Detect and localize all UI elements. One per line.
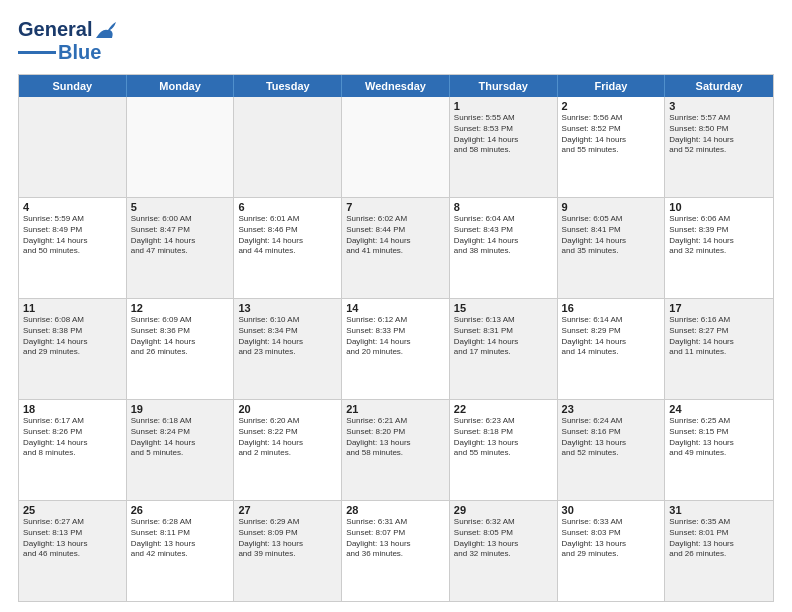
day-info-11: Sunrise: 6:08 AM Sunset: 8:38 PM Dayligh…	[23, 315, 122, 358]
day-25: 25Sunrise: 6:27 AM Sunset: 8:13 PM Dayli…	[19, 501, 127, 601]
empty-cell-0-3	[342, 97, 450, 197]
day-number-23: 23	[562, 403, 661, 415]
day-info-25: Sunrise: 6:27 AM Sunset: 8:13 PM Dayligh…	[23, 517, 122, 560]
day-number-2: 2	[562, 100, 661, 112]
day-22: 22Sunrise: 6:23 AM Sunset: 8:18 PM Dayli…	[450, 400, 558, 500]
day-info-4: Sunrise: 5:59 AM Sunset: 8:49 PM Dayligh…	[23, 214, 122, 257]
header-friday: Friday	[558, 75, 666, 97]
day-info-16: Sunrise: 6:14 AM Sunset: 8:29 PM Dayligh…	[562, 315, 661, 358]
day-1: 1Sunrise: 5:55 AM Sunset: 8:53 PM Daylig…	[450, 97, 558, 197]
day-info-14: Sunrise: 6:12 AM Sunset: 8:33 PM Dayligh…	[346, 315, 445, 358]
empty-cell-0-1	[127, 97, 235, 197]
day-number-31: 31	[669, 504, 769, 516]
day-20: 20Sunrise: 6:20 AM Sunset: 8:22 PM Dayli…	[234, 400, 342, 500]
day-number-3: 3	[669, 100, 769, 112]
day-6: 6Sunrise: 6:01 AM Sunset: 8:46 PM Daylig…	[234, 198, 342, 298]
day-18: 18Sunrise: 6:17 AM Sunset: 8:26 PM Dayli…	[19, 400, 127, 500]
day-number-15: 15	[454, 302, 553, 314]
logo-blue: Blue	[58, 41, 101, 64]
day-info-21: Sunrise: 6:21 AM Sunset: 8:20 PM Dayligh…	[346, 416, 445, 459]
day-info-13: Sunrise: 6:10 AM Sunset: 8:34 PM Dayligh…	[238, 315, 337, 358]
day-info-31: Sunrise: 6:35 AM Sunset: 8:01 PM Dayligh…	[669, 517, 769, 560]
day-info-20: Sunrise: 6:20 AM Sunset: 8:22 PM Dayligh…	[238, 416, 337, 459]
day-info-15: Sunrise: 6:13 AM Sunset: 8:31 PM Dayligh…	[454, 315, 553, 358]
day-28: 28Sunrise: 6:31 AM Sunset: 8:07 PM Dayli…	[342, 501, 450, 601]
logo-bird-icon	[94, 20, 116, 40]
day-number-27: 27	[238, 504, 337, 516]
calendar: Sunday Monday Tuesday Wednesday Thursday…	[18, 74, 774, 602]
day-19: 19Sunrise: 6:18 AM Sunset: 8:24 PM Dayli…	[127, 400, 235, 500]
day-8: 8Sunrise: 6:04 AM Sunset: 8:43 PM Daylig…	[450, 198, 558, 298]
day-info-7: Sunrise: 6:02 AM Sunset: 8:44 PM Dayligh…	[346, 214, 445, 257]
day-30: 30Sunrise: 6:33 AM Sunset: 8:03 PM Dayli…	[558, 501, 666, 601]
day-number-22: 22	[454, 403, 553, 415]
day-number-26: 26	[131, 504, 230, 516]
day-number-7: 7	[346, 201, 445, 213]
header: General Blue	[18, 18, 774, 64]
day-number-12: 12	[131, 302, 230, 314]
day-number-6: 6	[238, 201, 337, 213]
day-info-17: Sunrise: 6:16 AM Sunset: 8:27 PM Dayligh…	[669, 315, 769, 358]
day-number-25: 25	[23, 504, 122, 516]
day-7: 7Sunrise: 6:02 AM Sunset: 8:44 PM Daylig…	[342, 198, 450, 298]
day-number-28: 28	[346, 504, 445, 516]
day-info-8: Sunrise: 6:04 AM Sunset: 8:43 PM Dayligh…	[454, 214, 553, 257]
week-row-2: 4Sunrise: 5:59 AM Sunset: 8:49 PM Daylig…	[19, 197, 773, 298]
day-info-12: Sunrise: 6:09 AM Sunset: 8:36 PM Dayligh…	[131, 315, 230, 358]
header-wednesday: Wednesday	[342, 75, 450, 97]
day-3: 3Sunrise: 5:57 AM Sunset: 8:50 PM Daylig…	[665, 97, 773, 197]
day-number-4: 4	[23, 201, 122, 213]
day-number-30: 30	[562, 504, 661, 516]
day-number-5: 5	[131, 201, 230, 213]
day-info-6: Sunrise: 6:01 AM Sunset: 8:46 PM Dayligh…	[238, 214, 337, 257]
day-number-17: 17	[669, 302, 769, 314]
day-23: 23Sunrise: 6:24 AM Sunset: 8:16 PM Dayli…	[558, 400, 666, 500]
day-16: 16Sunrise: 6:14 AM Sunset: 8:29 PM Dayli…	[558, 299, 666, 399]
header-tuesday: Tuesday	[234, 75, 342, 97]
day-number-1: 1	[454, 100, 553, 112]
day-29: 29Sunrise: 6:32 AM Sunset: 8:05 PM Dayli…	[450, 501, 558, 601]
empty-cell-0-2	[234, 97, 342, 197]
header-thursday: Thursday	[450, 75, 558, 97]
day-info-26: Sunrise: 6:28 AM Sunset: 8:11 PM Dayligh…	[131, 517, 230, 560]
day-info-9: Sunrise: 6:05 AM Sunset: 8:41 PM Dayligh…	[562, 214, 661, 257]
day-info-24: Sunrise: 6:25 AM Sunset: 8:15 PM Dayligh…	[669, 416, 769, 459]
header-saturday: Saturday	[665, 75, 773, 97]
day-27: 27Sunrise: 6:29 AM Sunset: 8:09 PM Dayli…	[234, 501, 342, 601]
day-number-29: 29	[454, 504, 553, 516]
day-number-18: 18	[23, 403, 122, 415]
empty-cell-0-0	[19, 97, 127, 197]
day-5: 5Sunrise: 6:00 AM Sunset: 8:47 PM Daylig…	[127, 198, 235, 298]
day-info-23: Sunrise: 6:24 AM Sunset: 8:16 PM Dayligh…	[562, 416, 661, 459]
week-row-4: 18Sunrise: 6:17 AM Sunset: 8:26 PM Dayli…	[19, 399, 773, 500]
day-15: 15Sunrise: 6:13 AM Sunset: 8:31 PM Dayli…	[450, 299, 558, 399]
day-number-13: 13	[238, 302, 337, 314]
day-info-19: Sunrise: 6:18 AM Sunset: 8:24 PM Dayligh…	[131, 416, 230, 459]
day-info-10: Sunrise: 6:06 AM Sunset: 8:39 PM Dayligh…	[669, 214, 769, 257]
day-info-29: Sunrise: 6:32 AM Sunset: 8:05 PM Dayligh…	[454, 517, 553, 560]
header-monday: Monday	[127, 75, 235, 97]
day-4: 4Sunrise: 5:59 AM Sunset: 8:49 PM Daylig…	[19, 198, 127, 298]
day-26: 26Sunrise: 6:28 AM Sunset: 8:11 PM Dayli…	[127, 501, 235, 601]
day-info-27: Sunrise: 6:29 AM Sunset: 8:09 PM Dayligh…	[238, 517, 337, 560]
day-14: 14Sunrise: 6:12 AM Sunset: 8:33 PM Dayli…	[342, 299, 450, 399]
week-row-1: 1Sunrise: 5:55 AM Sunset: 8:53 PM Daylig…	[19, 97, 773, 197]
day-info-5: Sunrise: 6:00 AM Sunset: 8:47 PM Dayligh…	[131, 214, 230, 257]
day-info-18: Sunrise: 6:17 AM Sunset: 8:26 PM Dayligh…	[23, 416, 122, 459]
day-number-21: 21	[346, 403, 445, 415]
day-number-14: 14	[346, 302, 445, 314]
day-number-16: 16	[562, 302, 661, 314]
logo-general: General	[18, 18, 92, 41]
day-number-24: 24	[669, 403, 769, 415]
day-24: 24Sunrise: 6:25 AM Sunset: 8:15 PM Dayli…	[665, 400, 773, 500]
week-row-5: 25Sunrise: 6:27 AM Sunset: 8:13 PM Dayli…	[19, 500, 773, 601]
day-2: 2Sunrise: 5:56 AM Sunset: 8:52 PM Daylig…	[558, 97, 666, 197]
day-number-19: 19	[131, 403, 230, 415]
day-number-10: 10	[669, 201, 769, 213]
calendar-header: Sunday Monday Tuesday Wednesday Thursday…	[19, 75, 773, 97]
day-info-28: Sunrise: 6:31 AM Sunset: 8:07 PM Dayligh…	[346, 517, 445, 560]
day-info-3: Sunrise: 5:57 AM Sunset: 8:50 PM Dayligh…	[669, 113, 769, 156]
day-31: 31Sunrise: 6:35 AM Sunset: 8:01 PM Dayli…	[665, 501, 773, 601]
calendar-body: 1Sunrise: 5:55 AM Sunset: 8:53 PM Daylig…	[19, 97, 773, 601]
day-17: 17Sunrise: 6:16 AM Sunset: 8:27 PM Dayli…	[665, 299, 773, 399]
